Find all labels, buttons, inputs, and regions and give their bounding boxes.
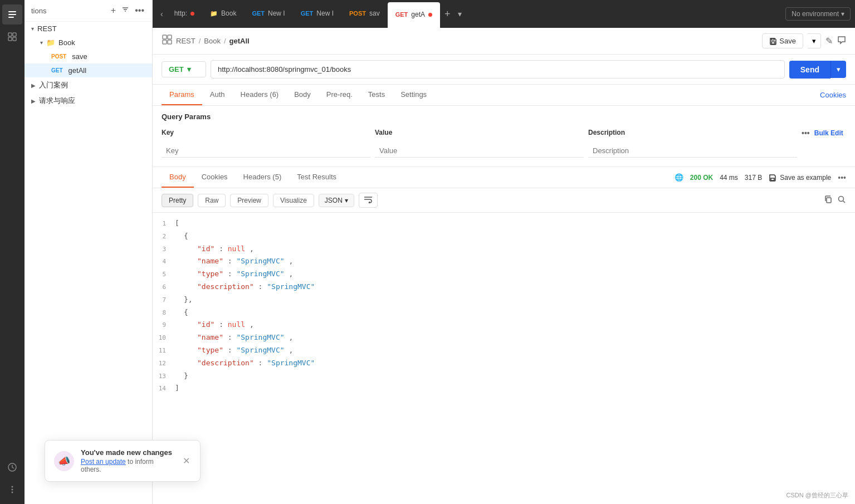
comment-icon-btn[interactable] [837, 36, 846, 47]
url-input[interactable] [211, 60, 785, 79]
resp-tab-cookies[interactable]: Cookies [194, 167, 236, 188]
http-dot [190, 12, 194, 16]
add-tab-btn[interactable]: + [440, 6, 455, 22]
svg-point-10 [12, 492, 13, 493]
collections-toolbar: tions + ••• [25, 0, 152, 22]
save-btn[interactable]: Save [762, 33, 803, 48]
book-label: Book [58, 38, 75, 47]
request-getall[interactable]: GET getAll [25, 63, 152, 77]
tab-book[interactable]: 📁 Book [202, 0, 244, 28]
bulk-edit-label[interactable]: Bulk Edit [814, 129, 843, 137]
request-panel: REST / Book / getAll Save ▾ ✎ [153, 28, 855, 504]
expand-rest-icon: ▾ [31, 26, 34, 32]
json-line-3: 3 "id" : null , [153, 243, 855, 256]
line-num-11: 11 [157, 346, 175, 356]
edit-icon-btn[interactable]: ✎ [825, 36, 833, 46]
add-collection-btn[interactable]: + [110, 4, 117, 17]
resp-status-bar: 🌐 200 OK 44 ms 317 B Save as example ••• [675, 173, 846, 182]
svg-rect-1 [8, 14, 16, 15]
getall-tab-method: GET [395, 11, 408, 18]
save-example-btn[interactable]: Save as example [769, 174, 831, 182]
tab-auth[interactable]: Auth [202, 85, 233, 105]
wrap-btn[interactable] [359, 193, 378, 208]
resp-more-btn[interactable]: ••• [838, 173, 846, 182]
view-preview-btn[interactable]: Preview [230, 194, 268, 207]
toast-body: Post an update to inform others. [81, 458, 175, 473]
save-btn-dropdown[interactable]: ▾ [808, 33, 821, 48]
env-chevron: ▾ [841, 10, 844, 18]
globe-icon: 🌐 [675, 173, 683, 182]
col-desc: Description [588, 129, 797, 138]
json-line-14: 14 ] [153, 382, 855, 395]
svg-rect-17 [168, 40, 172, 44]
send-dropdown-btn[interactable]: ▾ [830, 61, 846, 78]
nav-history[interactable] [2, 457, 22, 477]
tab-body[interactable]: Body [286, 85, 319, 105]
tab-settings[interactable]: Settings [393, 85, 434, 105]
line-num-9: 9 [157, 320, 175, 330]
book-folder-icon: 📁 [46, 38, 55, 47]
size-badge: 317 B [745, 174, 762, 182]
json-line-7: 7 }, [153, 293, 855, 306]
tab-back-btn[interactable]: ‹ [157, 7, 167, 21]
json-bracket-open: [ [175, 218, 179, 229]
line-num-7: 7 [157, 295, 175, 305]
intro-label: 入门案例 [39, 80, 68, 90]
tab-headers[interactable]: Headers (6) [233, 85, 287, 105]
view-raw-btn[interactable]: Raw [198, 194, 226, 207]
tab-getall[interactable]: GET getA [388, 2, 440, 28]
svg-rect-20 [771, 178, 774, 180]
folder-book[interactable]: ▾ 📁 Book [25, 36, 152, 50]
status-badge: 200 OK [690, 174, 713, 182]
tab-new1[interactable]: GET New I [244, 0, 292, 28]
value-input[interactable] [375, 144, 584, 158]
svg-rect-6 [13, 37, 16, 41]
svg-rect-3 [8, 33, 12, 36]
method-select[interactable]: GET ▾ [162, 61, 206, 77]
expand-reqresp-icon: ▶ [31, 98, 36, 104]
filter-btn[interactable] [120, 4, 130, 17]
tab-http[interactable]: http: [167, 0, 202, 28]
env-selector[interactable]: No environment ▾ [785, 7, 851, 21]
tab-prereq[interactable]: Pre-req. [319, 85, 360, 105]
json-line-6: 6 "description" : "SpringMVC" [153, 281, 855, 293]
svg-rect-4 [13, 33, 16, 36]
tab-params[interactable]: Params [162, 85, 202, 105]
toast-link[interactable]: Post an update [81, 458, 126, 466]
format-select[interactable]: JSON ▾ [319, 194, 354, 207]
resp-tab-headers[interactable]: Headers (5) [236, 167, 290, 188]
json-line-1: 1 [ [153, 217, 855, 230]
view-visualize-btn[interactable]: Visualize [273, 194, 314, 207]
key-input[interactable] [162, 144, 370, 158]
tab-dropdown-btn[interactable]: ▾ [455, 7, 465, 21]
icon-nav [0, 0, 25, 504]
resp-tab-test-results[interactable]: Test Results [289, 167, 344, 188]
request-save[interactable]: POST save [25, 50, 152, 63]
view-pretty-btn[interactable]: Pretty [162, 194, 193, 207]
tab-new1-label: New I [268, 9, 285, 17]
cookies-link[interactable]: Cookies [820, 91, 846, 99]
save-example-label: Save as example [780, 174, 831, 182]
new1-method: GET [252, 10, 265, 17]
collections-more-btn[interactable]: ••• [134, 4, 145, 17]
collection-reqresp[interactable]: ▶ 请求与响应 [25, 93, 152, 109]
toast-close-btn[interactable]: ✕ [182, 454, 191, 467]
tab-new2[interactable]: GET New I [293, 0, 341, 28]
desc-input[interactable] [588, 144, 797, 158]
nav-collections[interactable] [2, 4, 22, 25]
tab-tests[interactable]: Tests [360, 85, 393, 105]
nav-environments[interactable] [2, 27, 22, 47]
breadcrumb-rest: REST [176, 37, 196, 45]
line-num-13: 13 [157, 371, 175, 381]
collection-intro[interactable]: ▶ 入门案例 [25, 77, 152, 93]
nav-more[interactable] [2, 479, 22, 500]
svg-rect-21 [827, 198, 831, 203]
collection-rest[interactable]: ▾ REST [25, 22, 152, 36]
tab-save[interactable]: POST sav [341, 0, 388, 28]
copy-btn[interactable] [824, 195, 833, 206]
resp-tab-body[interactable]: Body [162, 167, 194, 188]
send-btn[interactable]: Send [789, 61, 830, 79]
search-resp-btn[interactable] [837, 195, 846, 206]
params-table: Key Value Description ••• Bulk Edit [162, 126, 846, 160]
collections-tree: ▾ REST ▾ 📁 Book POST save GET getAll ▶ [25, 22, 152, 504]
